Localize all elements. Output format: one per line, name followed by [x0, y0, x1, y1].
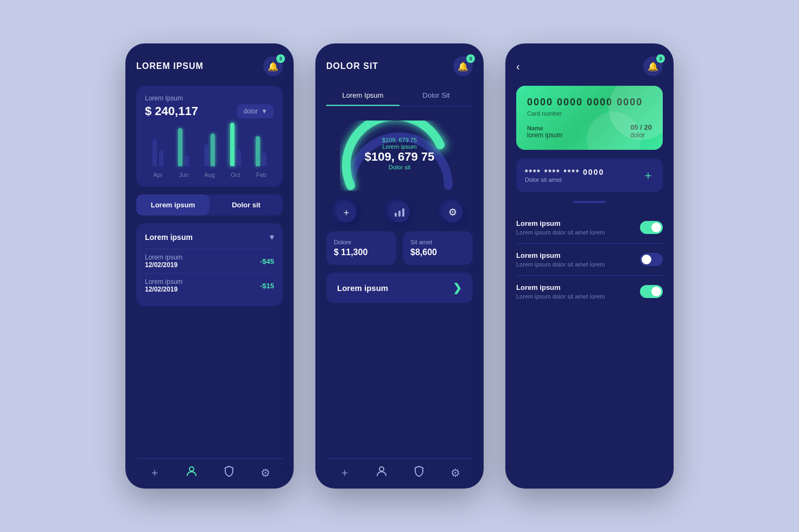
- card-number: 0000 0000 0000 0000: [527, 97, 652, 108]
- stat-card-sitamet: Sit amet $8,600: [403, 231, 473, 265]
- transaction-item-2: Lorem ipsum 12/02/2019 -$15: [145, 273, 274, 297]
- gauge-small-value: $109, 679 75: [365, 137, 434, 143]
- gauge-add-button[interactable]: ＋: [336, 202, 357, 223]
- svg-rect-6: [402, 208, 404, 217]
- screen2-bell-badge: 3: [466, 54, 475, 63]
- svg-rect-4: [395, 213, 397, 217]
- screen2-bell-wrap: 🔔 3: [453, 56, 473, 76]
- card-name-section: Name lorem ipsum: [527, 125, 562, 139]
- tx-date-2: 12/02/2019: [145, 286, 182, 293]
- tx-info-2: Lorem ipsum 12/02/2019: [145, 278, 182, 293]
- tx-date-1: 12/02/2019: [145, 261, 182, 269]
- card-name-label: Name: [527, 125, 562, 131]
- screen1-bottom-nav: ＋ ⚙: [136, 458, 283, 480]
- chart-label-feb: Feb: [256, 172, 267, 178]
- card-number-label: Card number: [527, 110, 652, 117]
- cta-arrow-icon: ❯: [453, 281, 462, 294]
- card-expiry-section: 05 / 20 dolor: [630, 123, 652, 139]
- screen1-bell-wrap: 🔔 3: [263, 56, 283, 76]
- tx-amount-2: -$15: [260, 282, 274, 290]
- screen2-phone: DOLOR SIT 🔔 3 Lorem Ipsum Dolor Sit $109…: [315, 43, 484, 489]
- tab-lorem-ipsum[interactable]: Lorem ipsum: [136, 194, 210, 216]
- toggle2-knob: [642, 255, 651, 264]
- toggle2-desc: Lorem ipsum dolor sit amet lorem: [516, 261, 605, 268]
- screen2-header: DOLOR SIT 🔔 3: [326, 56, 473, 76]
- bar-feb: Feb: [256, 136, 267, 178]
- section-chevron-icon[interactable]: ▾: [270, 232, 274, 242]
- toggle1-switch[interactable]: [640, 221, 663, 234]
- back-button[interactable]: ‹: [516, 60, 520, 73]
- screen1-header: LOREM IPSUM 🔔 3: [136, 56, 283, 76]
- cta-text: Lorem ipsum: [337, 283, 388, 293]
- tx-amount-1: -$45: [260, 257, 274, 265]
- divider: [573, 201, 606, 203]
- bar-jun: Jun: [178, 128, 189, 178]
- dropdown-button[interactable]: dolor ▼: [237, 104, 274, 118]
- svg-point-2: [445, 182, 452, 189]
- s2-nav-add-icon[interactable]: ＋: [339, 465, 350, 480]
- gauge-small-label: Lorem ipsum: [365, 143, 434, 150]
- toggle2-text: Lorem ipsum Lorem ipsum dolor sit amet l…: [516, 251, 605, 268]
- gauge-wrap: $109, 679 75 Lorem ipsum $109, 679 75 Do…: [340, 121, 459, 191]
- gauge-sub-label: Dolor sit: [365, 164, 434, 170]
- stat1-label: Dolore: [334, 239, 389, 245]
- dropdown-text: dolor: [243, 107, 258, 115]
- gauge-settings-button[interactable]: ⚙: [442, 202, 463, 223]
- section-header: Lorem ipsum ▾: [145, 232, 274, 242]
- svg-rect-5: [398, 211, 401, 217]
- bar-chart: Apr Jun Aug Oc: [145, 118, 274, 178]
- card-bottom: Name lorem ipsum 05 / 20 dolor: [527, 123, 652, 139]
- balance-label: Lorem Ipsum: [145, 94, 274, 102]
- stat2-label: Sit amet: [410, 239, 465, 245]
- nav-user-icon[interactable]: [186, 465, 198, 480]
- bar-aug: Aug: [204, 134, 215, 178]
- screen3-header: ‹ 🔔 3: [516, 56, 663, 76]
- balance-row: $ 240,117 dolor ▼: [145, 104, 274, 118]
- nav-settings-icon[interactable]: ⚙: [261, 466, 270, 479]
- gauge-center-text: $109, 679 75 Lorem ipsum $109, 679 75 Do…: [365, 137, 434, 170]
- add-card-button[interactable]: ＋: [642, 167, 654, 183]
- toggle3-text: Lorem ipsum Lorem ipsum dolor sit amet l…: [516, 283, 605, 300]
- chart-label-oct: Oct: [231, 172, 240, 178]
- bar-apr: Apr: [153, 139, 163, 178]
- svg-point-7: [379, 467, 384, 471]
- toggle1-desc: Lorem ipsum dolor sit amet lorem: [516, 229, 605, 236]
- tab-dolor-sit[interactable]: Dolor sit: [210, 194, 283, 216]
- s2-nav-shield-icon[interactable]: [413, 465, 425, 480]
- s2-tab-dolor[interactable]: Dolor Sit: [400, 86, 473, 106]
- toggle1-knob: [651, 223, 661, 232]
- chart-label-apr: Apr: [153, 172, 162, 178]
- add-card-left: **** **** **** 0000 Dolor sit amet: [525, 168, 604, 183]
- gauge-big-value: $109, 679 75: [365, 150, 434, 164]
- toggle3-knob: [651, 287, 661, 296]
- cta-button[interactable]: Lorem ipsum ❯: [326, 273, 473, 303]
- tx-name-1: Lorem ipsum: [145, 254, 182, 261]
- stat-card-dolore: Dolore $ 11,300: [326, 231, 396, 265]
- toggle2-title: Lorem ipsum: [516, 251, 605, 259]
- toggle3-switch[interactable]: [640, 285, 663, 298]
- s2-tab-lorem[interactable]: Lorem Ipsum: [326, 86, 400, 106]
- toggle2-switch[interactable]: [640, 253, 663, 266]
- screen2-bottom-nav: ＋ ⚙: [326, 458, 473, 480]
- screen2-tabs: Lorem Ipsum Dolor Sit: [326, 86, 473, 106]
- svg-point-0: [189, 467, 194, 471]
- bar-oct: Oct: [230, 123, 241, 178]
- gauge-chart-button[interactable]: [389, 202, 410, 223]
- transactions-section: Lorem ipsum ▾ Lorem ipsum 12/02/2019 -$4…: [136, 223, 283, 306]
- gauge-actions: ＋ ⚙: [336, 202, 463, 223]
- screen1-title: LOREM IPSUM: [136, 61, 204, 71]
- nav-shield-icon[interactable]: [223, 465, 235, 480]
- credit-card: 0000 0000 0000 0000 Card number Name lor…: [516, 86, 663, 150]
- gauge-container: $109, 679 75 Lorem ipsum $109, 679 75 Do…: [326, 115, 473, 231]
- screen3-bell-badge: 3: [656, 54, 665, 63]
- toggle-row-3: Lorem ipsum Lorem ipsum dolor sit amet l…: [516, 276, 663, 307]
- toggle-row-1: Lorem ipsum Lorem ipsum dolor sit amet l…: [516, 212, 663, 244]
- stats-row: Dolore $ 11,300 Sit amet $8,600: [326, 231, 473, 265]
- balance-card: Lorem Ipsum $ 240,117 dolor ▼ Apr: [136, 86, 283, 187]
- screen2-title: DOLOR SIT: [326, 61, 378, 71]
- s2-nav-user-icon[interactable]: [376, 465, 388, 480]
- toggle1-title: Lorem ipsum: [516, 219, 605, 227]
- nav-add-icon[interactable]: ＋: [149, 465, 160, 480]
- chart-label-jun: Jun: [179, 172, 189, 178]
- s2-nav-settings-icon[interactable]: ⚙: [451, 466, 460, 479]
